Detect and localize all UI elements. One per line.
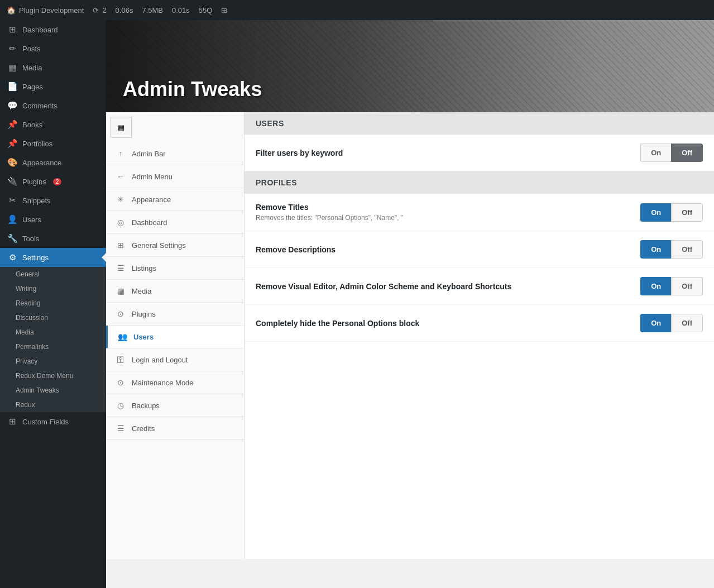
setting-hide-personal-options: Completely hide the Personal Options blo… xyxy=(245,305,714,342)
plugin-nav-label-login-logout: Login and Logout xyxy=(132,356,188,364)
maintenance-nav-icon: ⊙ xyxy=(115,378,126,387)
sidebar-item-snippets[interactable]: ✂ Snippets xyxy=(0,191,106,210)
listings-nav-icon: ☰ xyxy=(115,264,126,273)
submenu-redux-demo[interactable]: Redux Demo Menu xyxy=(0,369,106,383)
sidebar-item-tools[interactable]: 🔧 Tools xyxy=(0,229,106,248)
remove-titles-on[interactable]: On xyxy=(640,203,671,222)
submenu-privacy[interactable]: Privacy xyxy=(0,354,106,369)
sidebar-item-media[interactable]: ▦ Media xyxy=(0,58,106,77)
submenu-general[interactable]: General xyxy=(0,267,106,281)
submenu-permalinks[interactable]: Permalinks xyxy=(0,340,106,354)
sidebar-label-posts: Posts xyxy=(22,45,41,53)
admin-bar: 🏠 Plugin Development ⟳ 2 0.06s 7.5MB 0.0… xyxy=(0,0,714,20)
admin-bar-stat-queries: 55Q xyxy=(199,6,213,15)
admin-bar-stat-mem: 7.5MB xyxy=(142,6,163,15)
filter-users-off[interactable]: Off xyxy=(671,144,703,162)
sidebar-item-settings[interactable]: ⚙ Settings xyxy=(0,248,106,267)
plugin-nav-credits[interactable]: ☰ Credits xyxy=(106,417,244,440)
sidebar-item-portfolios[interactable]: 📌 Portfolios xyxy=(0,134,106,153)
remove-visual-editor-on[interactable]: On xyxy=(640,277,671,295)
sidebar-item-posts[interactable]: ✏ Posts xyxy=(0,39,106,58)
plugin-nav-label-listings: Listings xyxy=(132,264,156,273)
sidebar-menu: ⊞ Dashboard ✏ Posts ▦ Media 📄 Pages 💬 Co… xyxy=(0,20,106,267)
setting-filter-users: Filter users by keyword On Off xyxy=(245,135,714,171)
submenu-reading[interactable]: Reading xyxy=(0,296,106,310)
users-icon: 👤 xyxy=(7,214,18,224)
sidebar-item-users[interactable]: 👤 Users xyxy=(0,210,106,229)
sidebar-item-dashboard[interactable]: ⊞ Dashboard xyxy=(0,20,106,39)
plugin-nav-appearance[interactable]: ✳ Appearance xyxy=(106,188,244,211)
plugin-nav-admin-bar[interactable]: ↑ Admin Bar xyxy=(106,142,244,165)
edit-icon: ⊞ xyxy=(221,6,227,15)
submenu-media[interactable]: Media xyxy=(0,325,106,340)
home-icon: 🏠 xyxy=(7,6,16,15)
hide-personal-options-off[interactable]: Off xyxy=(671,314,703,332)
users-section-header: USERS xyxy=(245,112,714,135)
plugin-nav-general-settings[interactable]: ⊞ General Settings xyxy=(106,234,244,257)
sidebar-label-plugins: Plugins xyxy=(22,178,46,186)
plugin-nav-listings[interactable]: ☰ Listings xyxy=(106,257,244,280)
plugin-nav-maintenance[interactable]: ⊙ Maintenance Mode xyxy=(106,371,244,394)
filter-users-on[interactable]: On xyxy=(640,144,671,162)
sidebar-item-books[interactable]: 📌 Books xyxy=(0,115,106,134)
admin-bar-edit[interactable]: ⊞ xyxy=(221,6,227,15)
plugin-nav-label-admin-menu: Admin Menu xyxy=(132,173,172,181)
submenu-admin-tweaks[interactable]: Admin Tweaks xyxy=(0,383,106,398)
books-icon: 📌 xyxy=(7,119,18,130)
plugin-nav-label-media: Media xyxy=(132,287,151,295)
hide-personal-options-toggle: On Off xyxy=(640,314,703,332)
settings-arrow xyxy=(102,253,106,262)
submenu-discussion[interactable]: Discussion xyxy=(0,310,106,325)
remove-titles-toggle: On Off xyxy=(640,203,703,222)
plugin-nav-media[interactable]: ▦ Media xyxy=(106,280,244,303)
admin-bar-updates[interactable]: ⟳ 2 xyxy=(93,6,106,15)
updates-count: 2 xyxy=(102,6,106,15)
plugin-nav-users[interactable]: 👥 Users xyxy=(106,326,244,348)
sidebar-item-comments[interactable]: 💬 Comments xyxy=(0,96,106,115)
sidebar-item-custom-fields[interactable]: ⊞ Custom Fields xyxy=(0,412,106,431)
page-icon-button[interactable]: ▦ xyxy=(111,117,132,138)
sidebar: ⊞ Dashboard ✏ Posts ▦ Media 📄 Pages 💬 Co… xyxy=(0,20,106,588)
setting-remove-visual-editor-label-wrap: Remove Visual Editor, Admin Color Scheme… xyxy=(256,282,629,291)
sidebar-label-snippets: Snippets xyxy=(22,197,51,205)
plugin-title: Admin Tweaks xyxy=(106,66,279,112)
sidebar-label-books: Books xyxy=(22,121,42,129)
admin-bar-stat-time: 0.06s xyxy=(116,6,133,15)
submenu-redux[interactable]: Redux xyxy=(0,398,106,412)
plugin-nav-plugins[interactable]: ⊙ Plugins xyxy=(106,303,244,326)
plugin-nav-login-logout[interactable]: ⚿ Login and Logout xyxy=(106,348,244,371)
remove-descriptions-off[interactable]: Off xyxy=(671,240,703,259)
admin-bar-home[interactable]: 🏠 Plugin Development xyxy=(7,6,84,15)
remove-visual-editor-toggle: On Off xyxy=(640,277,703,295)
sidebar-label-users: Users xyxy=(22,216,41,224)
remove-visual-editor-off[interactable]: Off xyxy=(671,277,703,295)
settings-icon: ⚙ xyxy=(7,252,18,262)
profiles-section-header: PROFILES xyxy=(245,171,714,194)
plugins-badge: 2 xyxy=(53,178,62,185)
setting-hide-personal-options-label-wrap: Completely hide the Personal Options blo… xyxy=(256,319,629,328)
remove-titles-off[interactable]: Off xyxy=(671,203,703,222)
filter-users-toggle: On Off xyxy=(640,144,703,162)
setting-filter-users-label-wrap: Filter users by keyword xyxy=(256,149,629,157)
sidebar-item-appearance[interactable]: 🎨 Appearance xyxy=(0,153,106,172)
posts-icon: ✏ xyxy=(7,44,18,54)
main-content: Admin Tweaks ▦ ↑ Admin Bar ← Admin Menu xyxy=(106,20,714,588)
plugin-nav-label-dashboard: Dashboard xyxy=(132,218,167,227)
hide-personal-options-on[interactable]: On xyxy=(640,314,671,332)
submenu-writing[interactable]: Writing xyxy=(0,281,106,296)
remove-descriptions-on[interactable]: On xyxy=(640,240,671,259)
plugin-nav-backups[interactable]: ◷ Backups xyxy=(106,394,244,417)
sidebar-label-comments: Comments xyxy=(22,102,57,110)
sidebar-item-plugins[interactable]: 🔌 Plugins 2 xyxy=(0,172,106,191)
setting-remove-descriptions: Remove Descriptions On Off xyxy=(245,231,714,268)
sidebar-bottom: ⊞ Custom Fields xyxy=(0,412,106,431)
plugins-icon: 🔌 xyxy=(7,176,18,187)
custom-fields-icon: ⊞ xyxy=(7,417,18,427)
plugin-nav-dashboard[interactable]: ◎ Dashboard xyxy=(106,211,244,234)
media-icon: ▦ xyxy=(7,63,18,73)
tools-icon: 🔧 xyxy=(7,233,18,243)
setting-remove-titles: Remove Titles Removes the titles: "Perso… xyxy=(245,194,714,231)
sidebar-item-pages[interactable]: 📄 Pages xyxy=(0,77,106,96)
plugin-nav-admin-menu[interactable]: ← Admin Menu xyxy=(106,165,244,188)
snippets-icon: ✂ xyxy=(7,195,18,205)
